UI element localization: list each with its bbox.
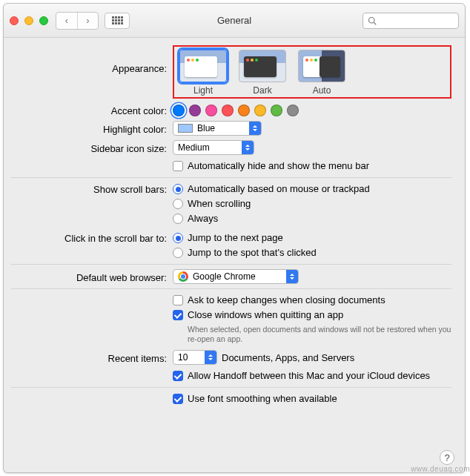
chrome-icon	[178, 271, 188, 282]
divider	[11, 264, 451, 265]
accent-swatch-purple[interactable]	[189, 105, 201, 116]
divider	[11, 387, 451, 388]
menubar-autohide-option[interactable]: Automatically hide and show the menu bar	[173, 159, 369, 173]
accent-swatch-graphite[interactable]	[287, 105, 299, 116]
radio-icon	[173, 199, 183, 209]
recent-items-suffix: Documents, Apps, and Servers	[222, 352, 354, 363]
popup-arrows-icon	[242, 141, 254, 154]
recent-items-popup[interactable]: 10	[173, 350, 217, 365]
scrollbars-option-auto[interactable]: Automatically based on mouse or trackpad	[173, 182, 451, 196]
accent-color-row	[173, 103, 299, 116]
scroll-click-label: Click in the scroll bar to:	[11, 231, 173, 244]
grid-icon	[112, 16, 123, 24]
highlight-color-chip	[178, 124, 193, 133]
content-area: Appearance: Light Dark Auto	[4, 38, 465, 472]
accent-swatch-red[interactable]	[222, 105, 234, 116]
font-smoothing-option[interactable]: Use font smoothing when available	[173, 392, 337, 406]
svg-line-1	[374, 22, 376, 24]
highlight-label: Highlight color:	[11, 122, 173, 135]
scrollbars-option-always[interactable]: Always	[173, 212, 451, 225]
close-window-button[interactable]	[10, 16, 19, 25]
forward-button[interactable]: ›	[77, 13, 98, 29]
appearance-option-auto[interactable]: Auto	[297, 50, 346, 96]
checkbox-icon	[173, 310, 183, 320]
appearance-option-light[interactable]: Light	[179, 50, 228, 96]
close-windows-option[interactable]: Close windows when quitting an app	[173, 308, 451, 322]
zoom-window-button[interactable]	[39, 16, 48, 25]
scroll-click-option-page[interactable]: Jump to the next page	[173, 231, 451, 245]
checkbox-icon	[173, 371, 183, 381]
sidebar-icon-popup[interactable]: Medium	[173, 140, 254, 155]
accent-label: Accent color:	[11, 104, 173, 116]
handoff-option[interactable]: Allow Handoff between this Mac and your …	[173, 369, 430, 383]
radio-icon	[173, 248, 183, 258]
accent-swatch-pink[interactable]	[205, 105, 217, 116]
preferences-window: ‹ › General ✕ Appearance:	[3, 3, 466, 473]
recent-items-value: 10	[178, 352, 188, 363]
svg-point-0	[369, 17, 375, 23]
highlight-color-popup[interactable]: Blue	[173, 121, 262, 136]
default-browser-popup[interactable]: Google Chrome	[173, 269, 299, 284]
radio-icon	[173, 184, 183, 194]
scrollbars-option-scrolling[interactable]: When scrolling	[173, 197, 451, 211]
close-windows-hint: When selected, open documents and window…	[188, 325, 451, 344]
sidebar-icon-label: Sidebar icon size:	[11, 142, 173, 154]
popup-arrows-icon	[249, 122, 261, 135]
appearance-options: Light Dark Auto	[173, 45, 451, 99]
radio-icon	[173, 214, 183, 224]
divider	[11, 288, 451, 289]
accent-swatch-orange[interactable]	[238, 105, 250, 116]
show-all-button[interactable]	[105, 13, 130, 29]
checkbox-icon	[173, 295, 183, 305]
divider	[11, 177, 451, 178]
default-browser-label: Default web browser:	[11, 271, 173, 283]
recent-items-label: Recent items:	[11, 351, 173, 364]
appearance-option-dark[interactable]: Dark	[238, 50, 287, 96]
search-icon	[368, 16, 377, 25]
window-title: General	[217, 15, 251, 26]
popup-arrows-icon	[286, 270, 298, 283]
search-field-container[interactable]: ✕	[363, 13, 459, 29]
nav-back-forward: ‹ ›	[56, 12, 99, 30]
highlight-color-value: Blue	[197, 123, 215, 133]
help-button[interactable]: ?	[440, 450, 454, 465]
minimize-window-button[interactable]	[24, 16, 33, 25]
popup-arrows-icon	[205, 351, 216, 364]
ask-keep-changes-option[interactable]: Ask to keep changes when closing documen…	[173, 294, 451, 307]
scrollbars-label: Show scroll bars:	[11, 182, 173, 195]
checkbox-icon	[173, 394, 183, 404]
window-controls	[10, 16, 48, 25]
accent-swatch-yellow[interactable]	[254, 105, 266, 116]
sidebar-icon-value: Medium	[178, 142, 210, 153]
accent-swatch-blue[interactable]	[173, 105, 185, 116]
search-input[interactable]	[380, 16, 470, 26]
toolbar: ‹ › General ✕	[4, 4, 465, 38]
default-browser-value: Google Chrome	[193, 271, 256, 282]
checkbox-icon	[173, 161, 183, 171]
appearance-label: Appearance:	[11, 45, 173, 74]
accent-swatch-green[interactable]	[271, 105, 282, 116]
radio-icon	[173, 233, 183, 243]
back-button[interactable]: ‹	[56, 13, 77, 29]
scroll-click-option-spot[interactable]: Jump to the spot that's clicked	[173, 246, 451, 260]
